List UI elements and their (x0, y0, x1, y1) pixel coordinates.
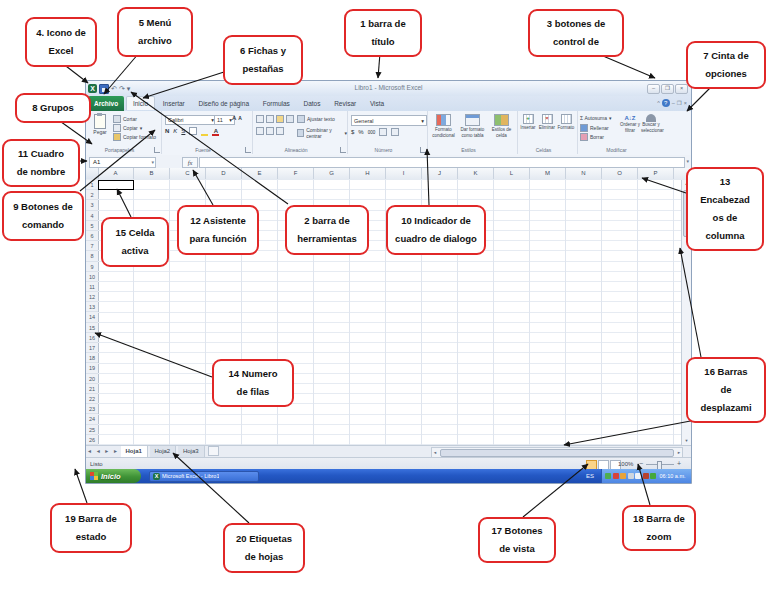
row-header-4[interactable]: 4 (86, 211, 98, 221)
conditional-format-button[interactable]: Formato condicional (430, 114, 457, 138)
column-header-E[interactable]: E (242, 168, 278, 179)
row-header-16[interactable]: 16 (86, 333, 98, 343)
tab-diseno-pagina[interactable]: Diseño de página (192, 96, 255, 111)
align-bottom-icon[interactable] (276, 115, 284, 123)
font-color-icon[interactable]: A (212, 128, 219, 135)
column-header-M[interactable]: M (530, 168, 566, 179)
row-header-15[interactable]: 15 (86, 323, 98, 333)
dialog-launcher-numero[interactable] (420, 147, 426, 153)
row-header-22[interactable]: 22 (86, 394, 98, 404)
increase-decimal-icon[interactable] (379, 128, 387, 136)
tab-insertar[interactable]: Insertar (157, 96, 191, 111)
prev-sheet-icon[interactable]: ◄ (95, 448, 102, 454)
help-icon[interactable]: ? (662, 99, 670, 107)
column-header-N[interactable]: N (566, 168, 602, 179)
column-header-A[interactable]: A (98, 168, 134, 179)
tab-inicio[interactable]: Inicio (126, 96, 155, 110)
paste-button[interactable]: Pegar (89, 114, 111, 135)
borders-icon[interactable] (189, 127, 197, 135)
column-header-D[interactable]: D (206, 168, 242, 179)
minimize-button[interactable]: – (647, 84, 660, 94)
align-center-icon[interactable] (266, 127, 274, 135)
tab-archivo[interactable]: Archivo (88, 96, 124, 111)
row-header-9[interactable]: 9 (86, 262, 98, 272)
column-header-J[interactable]: J (422, 168, 458, 179)
column-header-P[interactable]: P (638, 168, 674, 179)
format-as-table-button[interactable]: Dar formato como tabla (459, 114, 486, 138)
doc-close-icon[interactable]: × (684, 100, 687, 106)
grow-font-icon[interactable]: A (232, 115, 236, 121)
row-header-17[interactable]: 17 (86, 343, 98, 353)
horizontal-scroll-thumb[interactable] (440, 449, 674, 457)
italic-button[interactable]: K (173, 128, 177, 134)
cut-button[interactable]: Cortar (113, 115, 137, 123)
scroll-left-icon[interactable]: ◄ (432, 450, 438, 455)
copy-button[interactable]: Copiar ▾ (113, 124, 142, 132)
column-header-I[interactable]: I (386, 168, 422, 179)
column-header-H[interactable]: H (350, 168, 386, 179)
tray-icon[interactable] (605, 473, 611, 479)
align-right-icon[interactable] (276, 127, 284, 135)
align-top-icon[interactable] (256, 115, 264, 123)
orientation-icon[interactable] (286, 115, 294, 123)
scroll-down-icon[interactable]: ▼ (682, 437, 691, 445)
column-header-K[interactable]: K (458, 168, 494, 179)
sort-filter-button[interactable]: A↓Z Ordenar y filtrar (620, 114, 640, 133)
bold-button[interactable]: N (165, 128, 169, 134)
sheet-tab-hoja1[interactable]: Hoja1 (121, 446, 148, 457)
column-header-B[interactable]: B (134, 168, 170, 179)
autosum-button[interactable]: Σ Autosuma ▾ (580, 115, 612, 121)
doc-minimize-icon[interactable]: – (672, 100, 675, 106)
last-sheet-icon[interactable]: ► (112, 448, 119, 454)
collapse-ribbon-icon[interactable]: ^ (657, 100, 660, 106)
format-painter-button[interactable]: Copiar formato (113, 133, 156, 141)
row-header-25[interactable]: 25 (86, 425, 98, 435)
thousands-icon[interactable]: 000 (368, 130, 376, 135)
column-header-F[interactable]: F (278, 168, 314, 179)
tray-icon[interactable] (620, 473, 626, 479)
tab-datos[interactable]: Datos (298, 96, 327, 111)
row-header-2[interactable]: 2 (86, 190, 98, 200)
find-select-button[interactable]: Buscar y seleccionar (641, 114, 661, 133)
row-header-14[interactable]: 14 (86, 312, 98, 322)
insert-sheet-button[interactable] (208, 446, 219, 456)
row-header-6[interactable]: 6 (86, 231, 98, 241)
currency-icon[interactable]: $ (351, 129, 354, 135)
row-header-8[interactable]: 8 (86, 251, 98, 261)
row-header-18[interactable]: 18 (86, 353, 98, 363)
row-header-19[interactable]: 19 (86, 363, 98, 373)
row-header-3[interactable]: 3 (86, 200, 98, 210)
taskbar-excel-task[interactable]: X Microsoft Excel - Libro1 (149, 471, 259, 482)
number-format-select[interactable]: General ▾ (351, 115, 427, 126)
doc-restore-icon[interactable]: ❐ (677, 100, 682, 106)
start-button[interactable]: Inicio (86, 469, 141, 483)
tray-icon[interactable] (650, 473, 656, 479)
merge-center-button[interactable]: Combinar y centrar ▾ (297, 127, 347, 139)
close-button[interactable]: × (675, 84, 688, 94)
column-header-O[interactable]: O (602, 168, 638, 179)
shrink-font-icon[interactable]: A (238, 115, 242, 121)
row-header-10[interactable]: 10 (86, 272, 98, 282)
next-sheet-icon[interactable]: ► (103, 448, 110, 454)
tab-formulas[interactable]: Formulas (257, 96, 296, 111)
fill-button[interactable]: Rellenar (580, 124, 609, 132)
clear-button[interactable]: Borrar (580, 133, 604, 141)
active-cell-a1[interactable] (98, 180, 134, 190)
row-header-12[interactable]: 12 (86, 292, 98, 302)
align-middle-icon[interactable] (266, 115, 274, 123)
column-header-L[interactable]: L (494, 168, 530, 179)
sheet-tab-hoja3[interactable]: Hoja3 (178, 446, 205, 457)
column-header-G[interactable]: G (314, 168, 350, 179)
tray-icon[interactable] (635, 473, 641, 479)
row-header-13[interactable]: 13 (86, 302, 98, 312)
sheet-tab-hoja2[interactable]: Hoja2 (150, 446, 177, 457)
row-header-24[interactable]: 24 (86, 414, 98, 424)
language-indicator[interactable]: ES (586, 469, 594, 483)
formula-input[interactable] (199, 157, 685, 168)
insert-cells-button[interactable]: + Insertar (519, 114, 537, 131)
format-cells-button[interactable]: Formato (557, 114, 575, 131)
tab-vista[interactable]: Vista (364, 96, 390, 111)
row-header-11[interactable]: 11 (86, 282, 98, 292)
first-sheet-icon[interactable]: ◄ (86, 448, 93, 454)
tab-revisar[interactable]: Revisar (328, 96, 362, 111)
